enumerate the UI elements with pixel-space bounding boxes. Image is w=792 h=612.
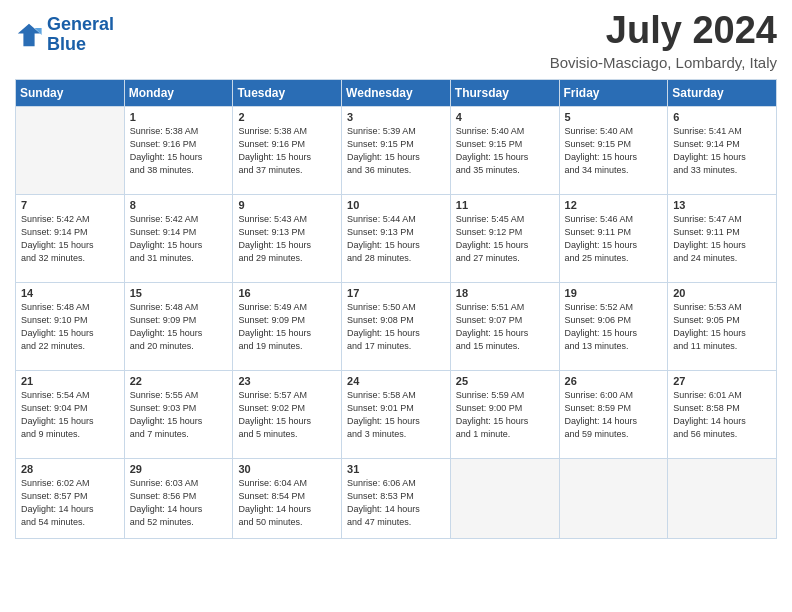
day-cell: 10Sunrise: 5:44 AM Sunset: 9:13 PM Dayli… — [342, 194, 451, 282]
day-number: 3 — [347, 111, 445, 123]
logo-text-general: General — [47, 15, 114, 35]
day-number: 8 — [130, 199, 228, 211]
day-number: 20 — [673, 287, 771, 299]
day-cell — [16, 106, 125, 194]
day-cell: 5Sunrise: 5:40 AM Sunset: 9:15 PM Daylig… — [559, 106, 668, 194]
day-info: Sunrise: 5:58 AM Sunset: 9:01 PM Dayligh… — [347, 389, 445, 441]
day-cell — [450, 458, 559, 538]
day-cell: 2Sunrise: 5:38 AM Sunset: 9:16 PM Daylig… — [233, 106, 342, 194]
day-info: Sunrise: 5:45 AM Sunset: 9:12 PM Dayligh… — [456, 213, 554, 265]
day-info: Sunrise: 5:48 AM Sunset: 9:09 PM Dayligh… — [130, 301, 228, 353]
day-number: 28 — [21, 463, 119, 475]
location: Bovisio-Masciago, Lombardy, Italy — [550, 54, 777, 71]
col-header-monday: Monday — [124, 79, 233, 106]
day-info: Sunrise: 6:04 AM Sunset: 8:54 PM Dayligh… — [238, 477, 336, 529]
day-number: 14 — [21, 287, 119, 299]
svg-marker-0 — [18, 24, 40, 46]
day-number: 23 — [238, 375, 336, 387]
day-cell: 14Sunrise: 5:48 AM Sunset: 9:10 PM Dayli… — [16, 282, 125, 370]
day-info: Sunrise: 5:40 AM Sunset: 9:15 PM Dayligh… — [456, 125, 554, 177]
day-cell: 9Sunrise: 5:43 AM Sunset: 9:13 PM Daylig… — [233, 194, 342, 282]
col-header-saturday: Saturday — [668, 79, 777, 106]
day-cell: 8Sunrise: 5:42 AM Sunset: 9:14 PM Daylig… — [124, 194, 233, 282]
day-info: Sunrise: 5:42 AM Sunset: 9:14 PM Dayligh… — [130, 213, 228, 265]
header: General Blue July 2024 Bovisio-Masciago,… — [15, 10, 777, 71]
day-number: 2 — [238, 111, 336, 123]
day-number: 18 — [456, 287, 554, 299]
day-number: 15 — [130, 287, 228, 299]
day-number: 16 — [238, 287, 336, 299]
week-row-1: 1Sunrise: 5:38 AM Sunset: 9:16 PM Daylig… — [16, 106, 777, 194]
col-header-sunday: Sunday — [16, 79, 125, 106]
day-info: Sunrise: 6:01 AM Sunset: 8:58 PM Dayligh… — [673, 389, 771, 441]
day-number: 5 — [565, 111, 663, 123]
logo: General Blue — [15, 15, 114, 55]
day-cell — [668, 458, 777, 538]
day-info: Sunrise: 5:42 AM Sunset: 9:14 PM Dayligh… — [21, 213, 119, 265]
day-cell: 26Sunrise: 6:00 AM Sunset: 8:59 PM Dayli… — [559, 370, 668, 458]
day-cell: 16Sunrise: 5:49 AM Sunset: 9:09 PM Dayli… — [233, 282, 342, 370]
day-cell: 4Sunrise: 5:40 AM Sunset: 9:15 PM Daylig… — [450, 106, 559, 194]
day-cell: 30Sunrise: 6:04 AM Sunset: 8:54 PM Dayli… — [233, 458, 342, 538]
day-number: 10 — [347, 199, 445, 211]
day-info: Sunrise: 5:46 AM Sunset: 9:11 PM Dayligh… — [565, 213, 663, 265]
month-title: July 2024 — [550, 10, 777, 52]
day-cell: 7Sunrise: 5:42 AM Sunset: 9:14 PM Daylig… — [16, 194, 125, 282]
logo-text-blue: Blue — [47, 35, 114, 55]
week-row-5: 28Sunrise: 6:02 AM Sunset: 8:57 PM Dayli… — [16, 458, 777, 538]
calendar-page: General Blue July 2024 Bovisio-Masciago,… — [0, 0, 792, 554]
day-number: 25 — [456, 375, 554, 387]
day-number: 24 — [347, 375, 445, 387]
day-number: 12 — [565, 199, 663, 211]
day-number: 22 — [130, 375, 228, 387]
day-info: Sunrise: 5:38 AM Sunset: 9:16 PM Dayligh… — [130, 125, 228, 177]
day-info: Sunrise: 6:06 AM Sunset: 8:53 PM Dayligh… — [347, 477, 445, 529]
day-number: 19 — [565, 287, 663, 299]
day-info: Sunrise: 5:52 AM Sunset: 9:06 PM Dayligh… — [565, 301, 663, 353]
day-number: 11 — [456, 199, 554, 211]
day-number: 31 — [347, 463, 445, 475]
day-info: Sunrise: 5:55 AM Sunset: 9:03 PM Dayligh… — [130, 389, 228, 441]
day-info: Sunrise: 5:40 AM Sunset: 9:15 PM Dayligh… — [565, 125, 663, 177]
day-cell: 20Sunrise: 5:53 AM Sunset: 9:05 PM Dayli… — [668, 282, 777, 370]
day-info: Sunrise: 5:43 AM Sunset: 9:13 PM Dayligh… — [238, 213, 336, 265]
day-cell: 21Sunrise: 5:54 AM Sunset: 9:04 PM Dayli… — [16, 370, 125, 458]
day-number: 1 — [130, 111, 228, 123]
day-cell: 1Sunrise: 5:38 AM Sunset: 9:16 PM Daylig… — [124, 106, 233, 194]
day-info: Sunrise: 6:00 AM Sunset: 8:59 PM Dayligh… — [565, 389, 663, 441]
day-info: Sunrise: 5:39 AM Sunset: 9:15 PM Dayligh… — [347, 125, 445, 177]
day-info: Sunrise: 6:02 AM Sunset: 8:57 PM Dayligh… — [21, 477, 119, 529]
day-cell: 6Sunrise: 5:41 AM Sunset: 9:14 PM Daylig… — [668, 106, 777, 194]
week-row-4: 21Sunrise: 5:54 AM Sunset: 9:04 PM Dayli… — [16, 370, 777, 458]
day-info: Sunrise: 5:54 AM Sunset: 9:04 PM Dayligh… — [21, 389, 119, 441]
day-info: Sunrise: 5:57 AM Sunset: 9:02 PM Dayligh… — [238, 389, 336, 441]
day-info: Sunrise: 5:41 AM Sunset: 9:14 PM Dayligh… — [673, 125, 771, 177]
day-info: Sunrise: 5:38 AM Sunset: 9:16 PM Dayligh… — [238, 125, 336, 177]
day-number: 27 — [673, 375, 771, 387]
day-cell: 31Sunrise: 6:06 AM Sunset: 8:53 PM Dayli… — [342, 458, 451, 538]
day-number: 21 — [21, 375, 119, 387]
day-cell: 19Sunrise: 5:52 AM Sunset: 9:06 PM Dayli… — [559, 282, 668, 370]
day-cell: 28Sunrise: 6:02 AM Sunset: 8:57 PM Dayli… — [16, 458, 125, 538]
day-info: Sunrise: 5:47 AM Sunset: 9:11 PM Dayligh… — [673, 213, 771, 265]
day-cell: 24Sunrise: 5:58 AM Sunset: 9:01 PM Dayli… — [342, 370, 451, 458]
week-row-2: 7Sunrise: 5:42 AM Sunset: 9:14 PM Daylig… — [16, 194, 777, 282]
day-number: 29 — [130, 463, 228, 475]
day-cell: 11Sunrise: 5:45 AM Sunset: 9:12 PM Dayli… — [450, 194, 559, 282]
day-number: 4 — [456, 111, 554, 123]
day-info: Sunrise: 5:48 AM Sunset: 9:10 PM Dayligh… — [21, 301, 119, 353]
day-cell: 29Sunrise: 6:03 AM Sunset: 8:56 PM Dayli… — [124, 458, 233, 538]
day-info: Sunrise: 5:44 AM Sunset: 9:13 PM Dayligh… — [347, 213, 445, 265]
day-cell: 15Sunrise: 5:48 AM Sunset: 9:09 PM Dayli… — [124, 282, 233, 370]
day-info: Sunrise: 5:53 AM Sunset: 9:05 PM Dayligh… — [673, 301, 771, 353]
day-number: 30 — [238, 463, 336, 475]
title-block: July 2024 Bovisio-Masciago, Lombardy, It… — [550, 10, 777, 71]
day-cell: 23Sunrise: 5:57 AM Sunset: 9:02 PM Dayli… — [233, 370, 342, 458]
day-number: 9 — [238, 199, 336, 211]
week-row-3: 14Sunrise: 5:48 AM Sunset: 9:10 PM Dayli… — [16, 282, 777, 370]
day-cell: 17Sunrise: 5:50 AM Sunset: 9:08 PM Dayli… — [342, 282, 451, 370]
day-cell: 13Sunrise: 5:47 AM Sunset: 9:11 PM Dayli… — [668, 194, 777, 282]
day-number: 13 — [673, 199, 771, 211]
day-cell: 22Sunrise: 5:55 AM Sunset: 9:03 PM Dayli… — [124, 370, 233, 458]
day-cell: 27Sunrise: 6:01 AM Sunset: 8:58 PM Dayli… — [668, 370, 777, 458]
